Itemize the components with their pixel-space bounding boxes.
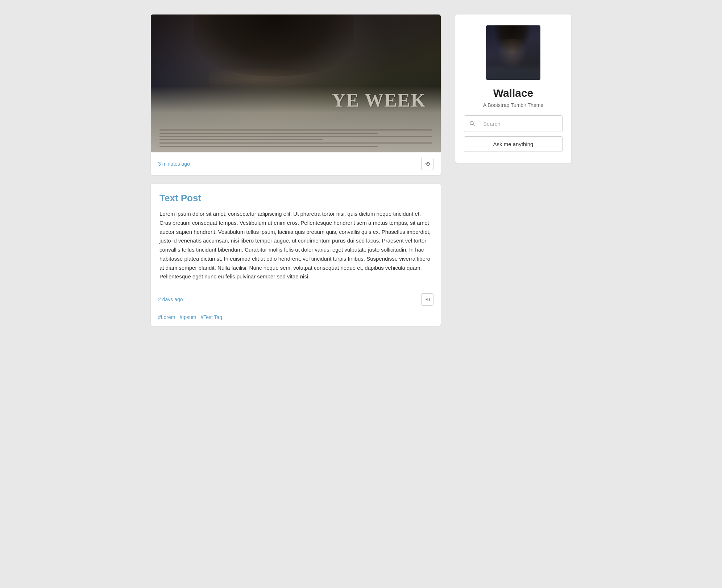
avatar-inner xyxy=(486,25,540,80)
search-box xyxy=(464,115,563,132)
post-tag[interactable]: #Ipsum xyxy=(179,314,196,320)
image-post-card: YE WEEK 3 minutes ago xyxy=(151,15,441,175)
ask-button[interactable]: Ask me anything xyxy=(464,136,563,152)
newspaper-lines xyxy=(159,129,432,149)
search-input[interactable] xyxy=(480,117,562,131)
newspaper-line xyxy=(159,133,378,134)
post-tag[interactable]: #Test Tag xyxy=(200,314,222,320)
post-image: YE WEEK xyxy=(151,15,441,152)
svg-line-1 xyxy=(473,124,474,126)
text-post-timestamp[interactable]: 2 days ago xyxy=(158,297,183,302)
search-submit-button[interactable] xyxy=(464,116,480,132)
sidebar-tagline: A Bootstrap Tumblr Theme xyxy=(483,102,543,108)
text-post-title: Text Post xyxy=(159,192,432,204)
newspaper-headline: YE WEEK xyxy=(332,90,426,111)
sidebar: Wallace A Bootstrap Tumblr Theme Ask me … xyxy=(455,15,571,163)
image-post-reblog-button[interactable] xyxy=(421,158,433,170)
image-post-timestamp[interactable]: 3 minutes ago xyxy=(158,161,190,167)
newspaper-line xyxy=(159,139,323,140)
text-post-tags: #Lorem#Ipsum#Test Tag xyxy=(151,311,441,326)
newspaper-line xyxy=(159,146,378,147)
newspaper-line xyxy=(159,129,432,131)
newspaper-line xyxy=(159,142,432,144)
text-post-content: Lorem ipsum dolor sit amet, consectetur … xyxy=(159,210,432,281)
text-post-card: Text Post Lorem ipsum dolor sit amet, co… xyxy=(151,184,441,326)
sidebar-blog-name: Wallace xyxy=(493,87,534,99)
main-column: YE WEEK 3 minutes ago Text Post Lorem ip… xyxy=(151,15,441,326)
text-post-reblog-button[interactable] xyxy=(421,293,433,306)
avatar-collar xyxy=(486,63,540,80)
post-tag[interactable]: #Lorem xyxy=(158,314,175,320)
reblog-icon xyxy=(425,296,430,303)
sidebar-card: Wallace A Bootstrap Tumblr Theme Ask me … xyxy=(455,15,571,163)
page-wrapper: YE WEEK 3 minutes ago Text Post Lorem ip… xyxy=(144,0,578,340)
sidebar-avatar xyxy=(486,25,540,80)
reblog-icon xyxy=(425,161,430,167)
image-post-footer: 3 minutes ago xyxy=(151,152,441,175)
search-icon xyxy=(469,121,475,127)
text-post-body: Text Post Lorem ipsum dolor sit amet, co… xyxy=(151,184,441,288)
text-post-footer: 2 days ago xyxy=(151,288,441,311)
newspaper-line xyxy=(159,136,432,137)
